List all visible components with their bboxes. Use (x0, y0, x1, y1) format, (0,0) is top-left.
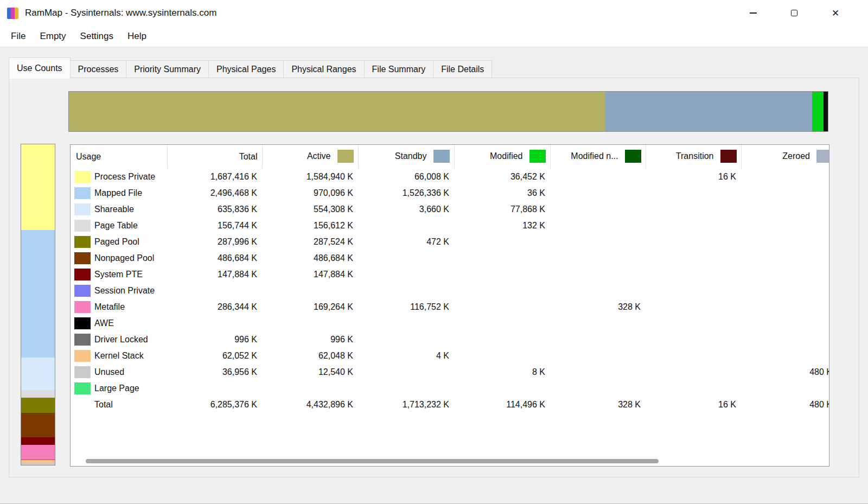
table-row[interactable]: Metafile 286,344 K 169,264 K 116,752 K 3… (71, 299, 829, 315)
cell-total: 287,996 K (167, 234, 262, 250)
maximize-button[interactable] (774, 0, 815, 26)
cell-transition (646, 283, 741, 299)
table-row[interactable]: Large Page (71, 380, 829, 397)
cell-modified (454, 331, 550, 348)
cell-standby: 472 K (358, 234, 454, 250)
column-header-transition[interactable]: Transition (646, 145, 741, 169)
cell-standby: 3,660 K (358, 201, 454, 218)
maximize-icon (791, 10, 797, 16)
tab-file-details[interactable]: File Details (433, 60, 492, 78)
cell-standby (358, 331, 454, 348)
menu-item-file[interactable]: File (4, 26, 33, 47)
tab-physical-pages[interactable]: Physical Pages (208, 60, 284, 78)
usage-color-swatch (74, 350, 91, 362)
cell-zeroed (741, 218, 829, 234)
column-header-standby[interactable]: Standby (358, 145, 454, 169)
segment-paged-pool (21, 398, 55, 412)
usage-label: Session Private (94, 286, 155, 295)
menu-item-help[interactable]: Help (120, 26, 154, 47)
cell-active: 996 K (262, 331, 358, 348)
cell-modified (454, 266, 550, 283)
table-row[interactable]: Unused 36,956 K 12,540 K 8 K 480 K (71, 364, 829, 380)
cell-total (167, 283, 262, 299)
table-row[interactable]: Driver Locked 996 K 996 K (71, 331, 829, 348)
usage-label: Nonpaged Pool (94, 253, 154, 263)
transition-color-swatch (720, 150, 737, 163)
close-icon: ✕ (832, 9, 839, 18)
usage-color-swatch (74, 334, 91, 346)
usage-label: Kernel Stack (94, 351, 144, 360)
cell-modified: 77,868 K (454, 201, 550, 218)
cell-active: 554,308 K (262, 201, 358, 218)
usage-label: Page Table (94, 221, 138, 230)
table-row[interactable]: Mapped File 2,496,468 K 970,096 K 1,526,… (71, 185, 829, 201)
menu-item-settings[interactable]: Settings (73, 26, 120, 47)
cell-modified-no-write (550, 234, 646, 250)
cell-modified: 36 K (454, 185, 550, 201)
tab-physical-ranges[interactable]: Physical Ranges (283, 60, 364, 78)
table-row[interactable]: Process Private 1,687,416 K 1,584,940 K … (71, 169, 829, 185)
close-button[interactable]: ✕ (815, 0, 856, 26)
tab-priority-summary[interactable]: Priority Summary (126, 60, 209, 78)
cell-modified (454, 283, 550, 299)
table-row[interactable]: Paged Pool 287,996 K 287,524 K 472 K (71, 234, 829, 250)
cell-active: 62,048 K (262, 348, 358, 364)
table-row[interactable]: Total 6,285,376 K 4,432,896 K 1,713,232 … (71, 397, 829, 413)
column-header-total[interactable]: Total (167, 145, 262, 169)
column-header-usage[interactable]: Usage (71, 145, 167, 169)
cell-active: 12,540 K (262, 364, 358, 380)
usage-label: Metafile (94, 302, 125, 311)
zeroed-color-swatch (816, 150, 829, 163)
cell-zeroed (741, 169, 829, 185)
segment-active (69, 92, 605, 131)
cell-total: 1,687,416 K (167, 169, 262, 185)
column-header-modified-no-write[interactable]: Modified n... (550, 145, 646, 169)
column-header-modified[interactable]: Modified (454, 145, 550, 169)
usage-color-swatch (74, 187, 91, 199)
cell-zeroed (741, 315, 829, 331)
cell-modified-no-write (550, 185, 646, 201)
menu-bar: File Empty Settings Help (0, 26, 868, 47)
tab-use-counts[interactable]: Use Counts (9, 58, 71, 79)
usage-color-swatch (74, 171, 91, 183)
usage-label: AWE (94, 318, 114, 328)
menu-item-empty[interactable]: Empty (33, 26, 73, 47)
cell-modified-no-write (550, 380, 646, 397)
cell-modified: 36,452 K (454, 169, 550, 185)
table-row[interactable]: AWE (71, 315, 829, 331)
cell-zeroed (741, 185, 829, 201)
cell-modified-no-write (550, 364, 646, 380)
cell-standby (358, 283, 454, 299)
segment-other (824, 92, 828, 131)
caption-buttons: ✕ (732, 0, 856, 26)
table-row[interactable]: Kernel Stack 62,052 K 62,048 K 4 K (71, 348, 829, 364)
usage-color-swatch (74, 236, 91, 248)
cell-modified-no-write (550, 218, 646, 234)
usage-color-swatch (74, 220, 91, 232)
horizontal-scrollbar-thumb[interactable] (86, 459, 659, 463)
cell-zeroed (741, 250, 829, 266)
cell-transition (646, 364, 741, 380)
minimize-button[interactable] (732, 0, 774, 26)
cell-zeroed (741, 201, 829, 218)
table-row[interactable]: Nonpaged Pool 486,684 K 486,684 K (71, 250, 829, 266)
cell-zeroed (741, 331, 829, 348)
table-row[interactable]: Page Table 156,744 K 156,612 K 132 K (71, 218, 829, 234)
cell-total: 36,956 K (167, 364, 262, 380)
table-row[interactable]: System PTE 147,884 K 147,884 K (71, 266, 829, 283)
cell-modified-no-write: 328 K (550, 299, 646, 315)
cell-standby (358, 380, 454, 397)
column-header-active[interactable]: Active (262, 145, 358, 169)
tab-file-summary[interactable]: File Summary (364, 60, 434, 78)
cell-active: 287,524 K (262, 234, 358, 250)
tab-processes[interactable]: Processes (70, 60, 127, 78)
segment-mapped-file (21, 230, 55, 358)
table-row[interactable]: Shareable 635,836 K 554,308 K 3,660 K 77… (71, 201, 829, 218)
cell-transition (646, 234, 741, 250)
cell-modified: 114,496 K (454, 397, 550, 413)
table-row[interactable]: Session Private (71, 283, 829, 299)
cell-total: 2,496,468 K (167, 185, 262, 201)
column-header-zeroed[interactable]: Zeroed (741, 145, 829, 169)
usage-label: Paged Pool (94, 237, 139, 246)
usage-table-body: Process Private 1,687,416 K 1,584,940 K … (71, 169, 829, 413)
